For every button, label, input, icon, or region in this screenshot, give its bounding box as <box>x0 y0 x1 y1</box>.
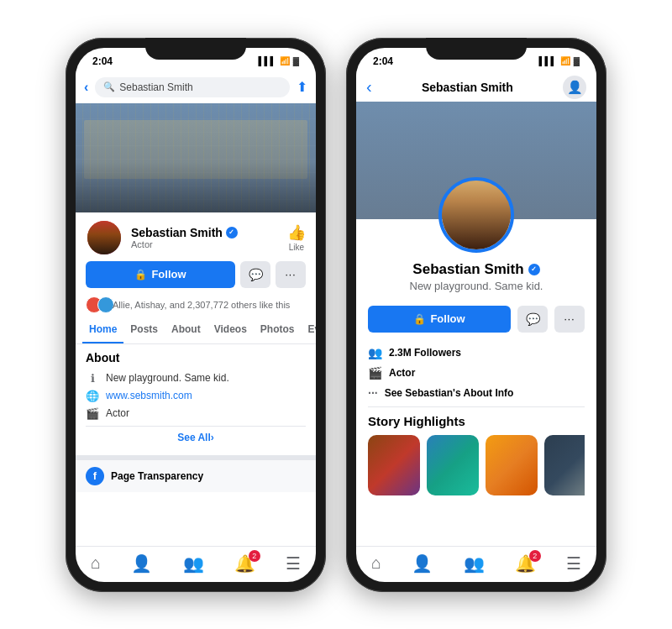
bottom-nav-1: ⌂ 👤 👥 🔔 2 ☰ <box>76 546 316 582</box>
action-buttons-2: 🔒 Follow 💬 ··· <box>356 299 596 336</box>
battery-icon-2: ▓ <box>574 56 580 66</box>
avatar-large-inner-2 <box>442 181 511 249</box>
about-item-role: 🎬 Actor <box>86 405 306 422</box>
avatar-icon-btn-2[interactable]: 👤 <box>563 76 586 99</box>
phone-2-inner: 2:04 ▌▌▌ 📶 ▓ ‹ Sebastian Smith 👤 <box>356 48 596 582</box>
role-icon-2: 🎬 <box>368 366 382 380</box>
phone-1: 2:04 ▌▌▌ 📶 ▓ ‹ 🔍 Sebastian Smith ⬆ <box>66 38 326 592</box>
profile-icon-2: 👤 <box>412 553 433 574</box>
profile-name-1: Sebastian Smith <box>131 226 223 239</box>
highlight-1[interactable] <box>368 435 420 495</box>
about-web-link[interactable]: www.sebsmith.com <box>106 390 192 401</box>
more-button-2[interactable]: ··· <box>554 306 585 333</box>
bottom-nav-2: ⌂ 👤 👥 🔔 2 ☰ <box>356 546 596 582</box>
nav-bell-1[interactable]: 🔔 2 <box>234 553 255 574</box>
profile-icon-1: 👤 <box>131 553 152 574</box>
lock-icon-2: 🔒 <box>413 313 426 325</box>
bell-badge-1: 2 <box>249 550 260 562</box>
cover-photo-city-1 <box>76 103 316 212</box>
status-icons-2: ▌▌▌ 📶 ▓ <box>538 56 580 66</box>
signal-icon-1: ▌▌▌ <box>258 56 276 66</box>
transparency-label-1: Page Transparency <box>111 470 203 482</box>
followers-icon: 👥 <box>368 346 382 359</box>
search-bar-1[interactable]: 🔍 Sebastian Smith <box>95 77 290 97</box>
about-item-bio: ℹ New playground. Same kid. <box>86 370 306 387</box>
likes-text-1: Allie, Atishay, and 2,307,772 others lik… <box>113 300 290 310</box>
menu-icon-2: ☰ <box>566 553 581 574</box>
nav-profile-2[interactable]: 👤 <box>412 553 433 574</box>
profile-role-1: Actor <box>131 239 279 249</box>
wifi-icon-2: 📶 <box>560 56 570 66</box>
back-button-2[interactable]: ‹ <box>366 77 372 97</box>
see-all-label-1: See All <box>177 432 211 443</box>
nav-home-2[interactable]: ⌂ <box>371 553 381 573</box>
about-item-web[interactable]: 🌐 www.sebsmith.com <box>86 387 306 405</box>
follow-button-2[interactable]: 🔒 Follow <box>368 306 511 333</box>
highlight-thumb-1 <box>368 435 420 495</box>
nav-friends-1[interactable]: 👥 <box>183 553 204 574</box>
action-buttons-1: 🔒 Follow 💬 ··· <box>76 261 316 293</box>
highlight-2[interactable] <box>427 435 479 495</box>
tab-posts-1[interactable]: Posts <box>123 317 165 343</box>
tab-home-1[interactable]: Home <box>82 317 123 343</box>
highlights-section-2: Story Highlights <box>356 407 596 501</box>
highlight-thumb-4 <box>544 435 585 495</box>
followers-text: 2.3M Followers <box>389 347 461 359</box>
avatar-face-1 <box>87 221 121 254</box>
back-button-1[interactable]: ‹ <box>84 80 88 95</box>
about-dots-icon: ··· <box>368 386 378 400</box>
role-text-2: Actor <box>389 367 415 379</box>
tab-photos-1[interactable]: Photos <box>254 317 302 343</box>
avatar-icon-2: 👤 <box>567 80 583 95</box>
bell-badge-2: 2 <box>529 550 541 562</box>
notch-1 <box>145 38 246 60</box>
like-avatars-1 <box>86 296 109 313</box>
nav-friends-2[interactable]: 👥 <box>464 553 485 574</box>
menu-icon-1: ☰ <box>286 553 301 574</box>
name-row-2: Sebastian Smith ✓ <box>370 261 583 278</box>
messenger-button-2[interactable]: 💬 <box>517 306 548 333</box>
phone-1-inner: 2:04 ▌▌▌ 📶 ▓ ‹ 🔍 Sebastian Smith ⬆ <box>76 48 316 582</box>
profile-header-1: Sebastian Smith ✓ Actor 👍 Like <box>76 212 316 261</box>
highlight-3[interactable] <box>486 435 538 495</box>
nav-home-1[interactable]: ⌂ <box>91 553 101 573</box>
about-bio-text: New playground. Same kid. <box>106 372 229 384</box>
stats-section-2: 👥 2.3M Followers 🎬 Actor ··· See Sebasti… <box>356 336 596 406</box>
friends-icon-1: 👥 <box>183 553 204 574</box>
messenger-icon-2: 💬 <box>526 312 540 326</box>
fb-icon-1: f <box>86 467 104 485</box>
avatar-large-wrap-2 <box>438 177 514 253</box>
search-header-1: ‹ 🔍 Sebastian Smith ⬆ <box>76 71 316 103</box>
stat-about[interactable]: ··· See Sebastian's About Info <box>368 383 585 403</box>
avatar-1 <box>86 219 123 256</box>
highlights-title-2: Story Highlights <box>368 414 585 428</box>
phone-2: 2:04 ▌▌▌ 📶 ▓ ‹ Sebastian Smith 👤 <box>346 38 606 592</box>
notch-2 <box>426 38 527 60</box>
nav-tabs-1: Home Posts About Videos Photos Eve <box>76 317 316 344</box>
share-icon-1[interactable]: ⬆ <box>297 79 307 95</box>
nav-bell-2[interactable]: 🔔 2 <box>515 553 536 574</box>
follow-button-1[interactable]: 🔒 Follow <box>86 261 235 288</box>
see-all-1[interactable]: See All › <box>86 426 306 448</box>
highlight-4[interactable] <box>544 435 585 495</box>
nav-menu-2[interactable]: ☰ <box>566 553 581 574</box>
messenger-icon-1: 💬 <box>249 268 263 281</box>
messenger-button-1[interactable]: 💬 <box>240 261 270 288</box>
search-icon-1: 🔍 <box>103 81 115 92</box>
tab-about-1[interactable]: About <box>165 317 207 343</box>
header-new-2: ‹ Sebastian Smith 👤 <box>356 71 596 102</box>
search-value-1: Sebastian Smith <box>119 81 192 93</box>
tab-eve-1[interactable]: Eve <box>302 317 317 343</box>
wifi-icon-1: 📶 <box>280 56 290 66</box>
role-icon-1: 🎬 <box>86 407 99 420</box>
nav-profile-1[interactable]: 👤 <box>131 553 152 574</box>
thumb-icon-1: 👍 <box>287 223 306 242</box>
home-icon-1: ⌂ <box>91 553 101 573</box>
status-time-1: 2:04 <box>92 55 113 67</box>
more-button-1[interactable]: ··· <box>276 261 306 288</box>
status-time-2: 2:04 <box>373 55 393 67</box>
nav-menu-1[interactable]: ☰ <box>286 553 301 574</box>
tab-videos-1[interactable]: Videos <box>207 317 254 343</box>
like-button-1[interactable]: 👍 Like <box>287 223 306 252</box>
page-transparency-1[interactable]: f Page Transparency <box>76 455 316 492</box>
